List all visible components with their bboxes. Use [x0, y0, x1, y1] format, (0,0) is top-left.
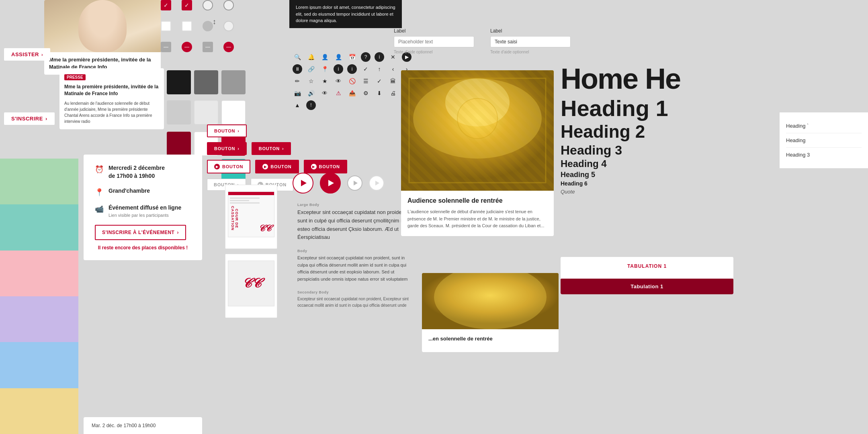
info-circle-icon[interactable]: i	[375, 52, 384, 62]
eye-icon[interactable]: 👁	[334, 76, 343, 86]
input-field-2[interactable]	[490, 36, 571, 47]
star-filled-icon[interactable]: ★	[320, 76, 330, 86]
checkbox-hover[interactable]: ↕	[203, 21, 213, 31]
input-helper-1: Texte d'aide optionnel	[394, 50, 474, 54]
buttons-row-2: BOUTON › BOUTON ›	[207, 142, 347, 155]
edit-icon[interactable]: ✏	[293, 76, 302, 86]
check-2-icon[interactable]: ✓	[375, 76, 384, 86]
checkbox-checked-2[interactable]	[182, 0, 192, 10]
event-location: Grand'chambre	[108, 187, 150, 195]
presse-badge: PRESSE	[64, 74, 86, 80]
hp-heading-backtick: Heading `	[786, 119, 862, 133]
play-icon-3: ▶	[311, 164, 317, 169]
info-icon[interactable]: i	[334, 64, 343, 74]
play-icon-1: ▶	[214, 164, 220, 169]
doc-thumb-2: 𝒞𝒞	[225, 254, 277, 318]
triangle-icon[interactable]: ▲	[293, 100, 302, 110]
checkbox-circle-red-1[interactable]	[182, 42, 192, 52]
large-body-text: Excepteur sint occaeçat cupidatat non pr…	[297, 208, 410, 242]
article-card-main: Audience solennelle de rentrée L'audienc…	[401, 70, 554, 236]
play-buttons-row	[293, 173, 384, 194]
user-icon[interactable]: 👤	[320, 52, 330, 62]
view-icon[interactable]: 👁	[320, 88, 330, 98]
body-label: Body	[297, 249, 410, 253]
tab-button-1[interactable]: Tabulation 1	[561, 279, 733, 294]
hp-heading: Heading	[786, 133, 862, 148]
share-icon[interactable]: 📤	[347, 88, 357, 98]
bouton-solid-1[interactable]: BOUTON ›	[207, 142, 247, 155]
menu-icon[interactable]: ☰	[361, 76, 371, 86]
event-date: Mercredi 2 décembre	[108, 164, 165, 172]
arrow-up-icon[interactable]: ↑	[375, 64, 384, 74]
chevron-left-icon[interactable]: ‹	[388, 64, 398, 74]
play-btn-filled[interactable]	[320, 173, 341, 194]
quote-text: Quote	[561, 189, 753, 195]
star-outline-icon[interactable]: ☆	[306, 76, 316, 86]
bell-icon[interactable]: 🔔	[306, 52, 316, 62]
play-btn-small-2[interactable]	[369, 175, 384, 191]
question-circle-icon[interactable]: ?	[361, 52, 371, 62]
assister-button[interactable]: ASSISTER ›	[4, 48, 50, 61]
swatch-gray-mid	[221, 70, 246, 94]
color-strip	[0, 159, 78, 434]
search-icon[interactable]: 🔍	[293, 52, 302, 62]
presse-card: PRESSE Mme la première présidente, invit…	[59, 68, 164, 129]
checkbox-checked-1[interactable]	[161, 0, 171, 10]
link-icon[interactable]: 🔗	[306, 64, 316, 74]
play-triangle-4	[375, 181, 379, 185]
play-btn-outline[interactable]	[293, 173, 313, 194]
video-icon[interactable]: 📷	[293, 88, 302, 98]
sound-icon[interactable]: 🔊	[306, 88, 316, 98]
chevron-register-icon: ›	[177, 230, 179, 235]
event-available-text: Il reste encore des places disponibles !	[95, 245, 191, 251]
bouton-outline-1[interactable]: BOUTON ›	[207, 124, 247, 137]
eye-slash-icon[interactable]: 🚫	[347, 76, 357, 86]
info-outline-icon[interactable]: i	[347, 64, 357, 74]
input-field-1[interactable]	[394, 36, 474, 47]
alert-red-icon[interactable]: !	[306, 100, 316, 110]
checkbox-area: ↕	[161, 0, 240, 58]
event-time: de 17h00 à 19h00	[108, 172, 165, 180]
hp-heading3: Heading 3	[786, 148, 862, 162]
buttons-row-1: BOUTON ›	[207, 124, 347, 137]
print-icon[interactable]: 🖨	[388, 88, 398, 98]
heading-1: Heading 1	[561, 97, 753, 120]
bouton-outline-play-1[interactable]: ▶ BOUTON	[207, 160, 250, 173]
checkbox-circle-empty[interactable]	[223, 21, 234, 31]
play-triangle-2	[328, 180, 334, 186]
checkbox-circle-2[interactable]	[223, 0, 234, 10]
secondary-text: Excepteur sint occaecat çupidatat non pr…	[297, 296, 410, 309]
event-register-button[interactable]: S'INSCRIRE À L'ÉVÉNEMENT ›	[95, 225, 186, 240]
chevron-btn-icon: ›	[237, 128, 239, 133]
checkbox-gray-2[interactable]	[203, 42, 213, 52]
article-image-main	[401, 70, 554, 191]
input-group-2: Label Texte d'aide optionnel	[490, 28, 571, 54]
bouton-solid-play-1[interactable]: ▶ BOUTON	[255, 160, 299, 173]
checkbox-empty-2[interactable]	[182, 21, 192, 31]
sinscrire-button[interactable]: S'INSCRIRE ›	[4, 112, 55, 125]
article-card-2: ...en solennelle de rentrée	[422, 273, 559, 352]
doc-court-label-1: COUR DE CASSATION	[229, 200, 240, 237]
checkbox-empty-1[interactable]	[161, 21, 171, 31]
calendar-icon[interactable]: 📅	[347, 52, 357, 62]
checkbox-gray-1[interactable]	[161, 42, 171, 52]
article-image-svg-2	[422, 273, 559, 329]
body-text: Excepteur sint occaeçat çupidatat non pr…	[297, 255, 410, 283]
bouton-solid-2[interactable]: BOUTON ›	[252, 142, 291, 155]
label-inputs-area: Label Texte d'aide optionnel Label Texte…	[394, 28, 571, 54]
bank-icon[interactable]: 🏛	[388, 76, 398, 86]
person-add-icon[interactable]: 👤	[334, 52, 343, 62]
pause-circle-icon[interactable]: ⏸	[293, 64, 302, 74]
warning-icon[interactable]: ⚠	[334, 88, 343, 98]
heading-4: Heading 4	[561, 159, 753, 169]
secondary-body-section: Secondary Body Excepteur sint occaecat ç…	[297, 290, 410, 309]
download-icon[interactable]: ⬇	[375, 88, 384, 98]
play-btn-small-1[interactable]	[347, 175, 362, 191]
settings-icon[interactable]: ⚙	[361, 88, 371, 98]
event-register-label: S'INSCRIRE À L'ÉVÉNEMENT	[102, 230, 174, 235]
location-icon[interactable]: 📍	[320, 64, 330, 74]
checkbox-circle-red-2[interactable]	[223, 42, 234, 52]
checkbox-circle-1[interactable]	[203, 0, 213, 10]
bouton-solid-play-2[interactable]: ▶ BOUTON	[304, 160, 347, 173]
check-icon[interactable]: ✓	[361, 64, 371, 74]
